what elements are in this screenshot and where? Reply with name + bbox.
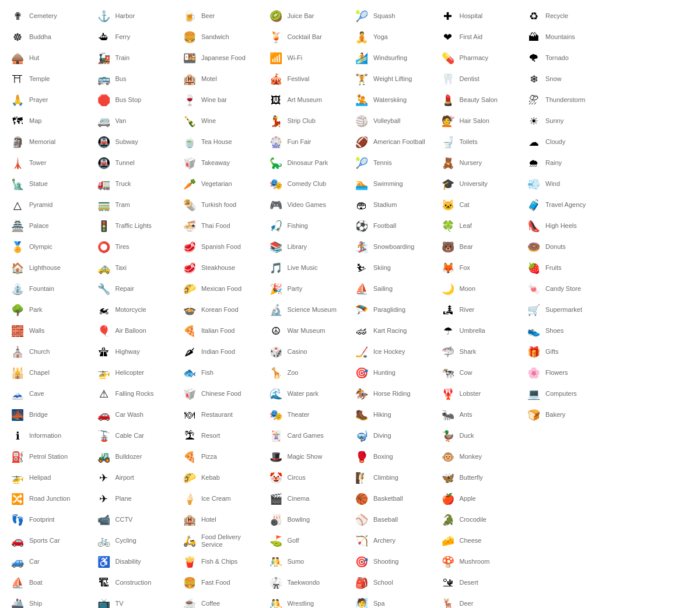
icon-label: Sunny [545,117,564,125]
icon-label: Statue [29,180,48,188]
icon-item: 🌪Tornado [522,48,608,69]
icon-item: 👟Shoes [522,321,608,342]
circus-icon: 🤡 [268,470,284,486]
tornado-icon: 🌪 [526,50,542,66]
icon-item: 📚Library [264,237,351,258]
helipad-icon: 🚁 [9,470,26,486]
bakery-icon: 🍞 [526,407,542,423]
icon-label: Horse Riding [373,390,411,398]
icon-label: Cheese [460,537,482,544]
icon-label: Pyramid [29,201,52,209]
lobster-icon: 🦞 [440,386,456,402]
icon-label: Travel Agency [545,201,586,209]
icon-item [522,551,608,572]
truck-icon: 🚛 [96,176,112,192]
chinese-food-icon: 🥡 [181,386,198,402]
icon-item: 🍵Tea House [178,132,264,153]
icon-label: Video Games [288,201,326,209]
icon-item: 🥩Steakhouse [178,258,264,279]
icon-label: Vegetarian [201,180,232,188]
comedy-club-icon: 🎭 [268,176,284,192]
icon-label: Air Balloon [116,327,146,335]
icon-item: ⛷Skiing [350,258,436,279]
icon-item: 🐊Crocodile [436,509,523,530]
icon-item: 🍟Fish & Chips [178,551,264,572]
road-junction-icon: 🔀 [9,491,26,507]
icon-label: Olympic [29,243,52,251]
icon-label: Pharmacy [460,54,489,62]
moon-icon: 🌙 [440,281,456,297]
icon-item: ⚽Football [350,216,436,237]
icon-item: 🎪Festival [264,69,351,90]
icon-item [608,48,695,69]
icon-item: 🥕Vegetarian [178,174,264,195]
icon-label: Falling Rocks [116,390,154,398]
icon-label: Cinema [288,495,310,502]
icon-label: Boxing [373,453,393,461]
icon-item: 🍕Pizza [178,447,264,468]
icon-label: Bakery [545,411,565,419]
wine-bar-icon: 🍷 [181,92,198,108]
theater-icon: 🎭 [268,407,284,423]
icon-item: 🃏Card Games [264,426,351,447]
icon-label: Highway [116,348,140,356]
icon-item: 🚗Sports Car [6,530,92,551]
icon-item: 🧸Nursery [436,153,523,174]
icon-item: 💇Hair Salon [436,111,523,132]
cemetery-icon: ✟ [9,8,26,24]
icon-label: Wrestling [288,600,314,607]
icon-item [608,342,695,363]
icon-label: Mountains [545,33,575,41]
icon-item [608,153,695,174]
icon-item [522,572,608,593]
cocktail-bar-icon: 🍹 [268,29,284,45]
helicopter-icon: 🚁 [96,365,112,381]
icon-label: Ferry [116,33,131,41]
fast-food-icon: 🍔 [181,575,198,591]
icon-item: ☕Coffee [178,593,264,608]
icon-item: 🏨Motel [178,69,264,90]
icon-label: Spa [373,600,385,607]
icon-item [522,509,608,530]
icon-item: ℹInformation [6,426,92,447]
icon-item: 🍔Sandwich [178,27,264,48]
war-museum-icon: ☮ [268,323,284,339]
icon-item: 💊Pharmacy [436,48,523,69]
icon-label: Turkish food [201,201,236,209]
icon-item: 🚇Tunnel [92,153,178,174]
fruits-icon: 🍓 [526,260,542,276]
icon-label: Stadium [373,201,397,209]
icon-label: Fishing [288,222,308,230]
icon-label: Comedy Club [288,180,327,188]
icon-item [608,132,695,153]
icon-item: ⛈Thunderstorm [522,90,608,111]
icon-label: Shooting [373,558,398,565]
icon-item: 🚦Traffic Lights [92,216,178,237]
icon-item: ⛪Church [6,342,92,363]
icon-label: Fish & Chips [201,558,237,565]
icon-item: 🎬Cinema [264,488,351,509]
icon-item: 🎓University [436,174,523,195]
school-icon: 🎒 [354,575,370,591]
icon-label: CCTV [116,516,133,523]
icon-label: Tower [29,159,46,167]
icon-item: 🏔Mountains [522,27,608,48]
plane-icon: ✈ [96,491,112,507]
icon-item: 🎾Tennis [350,153,436,174]
tower-icon: 🗼 [9,155,26,171]
icon-item: 🎯Shooting [350,551,436,572]
icon-item: ♿Disability [92,551,178,572]
airport-icon: ✈ [96,470,112,486]
icon-item: 🌸Flowers [522,363,608,384]
icon-item: 🎳Bowling [264,509,351,530]
icon-label: Memorial [29,138,55,146]
butterfly-icon: 🦋 [440,470,456,486]
leaf-icon: 🍀 [440,218,456,234]
motel-icon: 🏨 [181,71,198,87]
icon-label: Chapel [29,369,50,377]
icon-item: 🛖Hut [6,48,92,69]
icon-label: Science Museum [288,306,337,314]
icon-label: Palace [29,222,49,230]
party-icon: 🎉 [268,281,284,297]
icon-label: Fruits [545,264,562,272]
